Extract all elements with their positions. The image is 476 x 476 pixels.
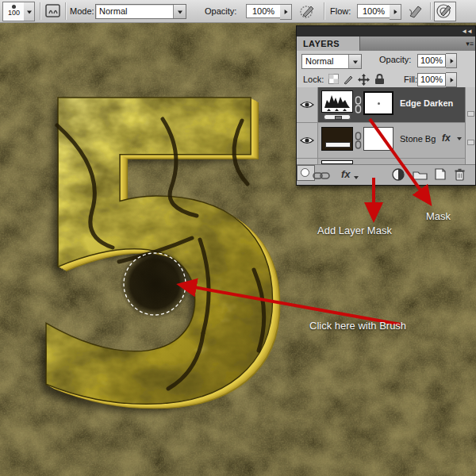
new-group-icon[interactable] [413, 170, 428, 180]
panel-tabbar: LAYERS ▾≡ [297, 36, 475, 52]
panel-titlebar[interactable]: ◄◄ [297, 26, 475, 36]
lock-image-pixels-icon[interactable] [343, 74, 355, 85]
airbrush-icon[interactable] [406, 3, 424, 19]
masked-dark-spot [120, 249, 190, 319]
new-layer-icon[interactable] [434, 168, 447, 180]
divider [65, 2, 67, 20]
eye-icon [300, 136, 314, 145]
layer-list: Edge Darken Stone Bg fx [297, 87, 475, 164]
lock-fill-row: Lock: Fill: 100% [297, 71, 475, 88]
link-layers-icon[interactable] [313, 171, 330, 180]
new-adjustment-layer-icon[interactable] [392, 168, 406, 182]
divider [40, 2, 41, 20]
delete-layer-icon[interactable] [454, 168, 466, 181]
add-layer-style-icon[interactable]: fx [341, 168, 351, 180]
flow-field[interactable]: 100% [357, 4, 390, 18]
gold-number-artwork [10, 15, 309, 476]
lock-position-icon[interactable] [358, 74, 370, 86]
add-layer-mask-annotation: Add Layer Mask [317, 225, 392, 236]
layer-fx-badge[interactable]: fx [442, 132, 451, 144]
panel-opacity-field[interactable]: 100% [417, 54, 446, 67]
add-layer-mask-icon [301, 168, 309, 177]
brush-options-bar: 100 Mode: Normal Opacity: 100% Flow: 100… [0, 0, 476, 23]
flow-slider-arrow[interactable] [390, 4, 401, 20]
fill-label: Fill: [404, 75, 417, 84]
fill-field[interactable]: 100% [417, 73, 446, 86]
opacity-slider-arrow[interactable] [280, 4, 292, 20]
levels-adjustment-thumbnail[interactable] [321, 90, 353, 113]
brush-picker-dropdown[interactable] [24, 2, 35, 21]
panel-menu-icon[interactable]: ▾≡ [466, 40, 474, 48]
visibility-toggle[interactable] [297, 123, 318, 158]
blend-mode-select[interactable]: Normal [301, 54, 362, 69]
layer-mask-thumbnail[interactable] [363, 91, 393, 115]
opacity-label: Opacity: [205, 0, 236, 22]
brush-size-value: 100 [3, 9, 25, 17]
layers-panel: ◄◄ LAYERS ▾≡ Normal Opacity: 100% Lock: [296, 25, 476, 186]
tablet-pressure-opacity-icon[interactable] [298, 3, 316, 19]
panel-opacity-label: Opacity: [379, 55, 411, 64]
click-brush-annotation: Click here with Brush [309, 320, 406, 332]
layer-style-caret [354, 176, 359, 179]
layer-mask-thumbnail[interactable] [363, 127, 393, 151]
layer-name[interactable]: Stone Bg [400, 134, 436, 144]
opacity-field[interactable]: 100% [246, 4, 281, 18]
layer-row-stone-bg[interactable]: Stone Bg fx [297, 123, 465, 159]
blend-opacity-row: Normal Opacity: 100% [297, 51, 475, 72]
layer-list-scrollbar[interactable] [465, 87, 475, 164]
toggle-brushes-panel-icon[interactable] [44, 3, 62, 19]
fx-expand-icon[interactable] [457, 137, 462, 140]
flow-label: Flow: [330, 0, 351, 22]
tab-layers[interactable]: LAYERS [297, 36, 360, 51]
layer-name[interactable]: Edge Darken [400, 98, 453, 108]
divider [324, 2, 325, 20]
mode-label: Mode: [70, 0, 94, 22]
collapse-to-icons-icon[interactable]: ◄◄ [461, 28, 472, 35]
visibility-toggle[interactable] [297, 87, 318, 122]
divider [430, 2, 432, 20]
mode-select[interactable]: Normal [95, 4, 186, 19]
mini-slider [324, 114, 351, 120]
eye-icon [300, 100, 314, 109]
layer-row-edge-darken[interactable]: Edge Darken [297, 87, 465, 123]
tablet-pressure-size-button[interactable] [434, 2, 456, 21]
fill-arrow[interactable] [446, 72, 457, 87]
layer-row-partial[interactable] [297, 159, 465, 164]
link-icon [355, 96, 362, 113]
link-icon [355, 132, 362, 149]
lock-label: Lock: [303, 75, 324, 84]
panel-bottom-bar: fx [297, 164, 475, 185]
layer-thumbnail[interactable] [321, 127, 353, 151]
brush-preset-picker[interactable]: 100 [2, 2, 25, 21]
panel-opacity-arrow[interactable] [446, 53, 457, 68]
lock-transparent-pixels-icon[interactable] [328, 74, 339, 84]
mask-annotation: Mask [426, 210, 451, 222]
lock-all-icon[interactable] [374, 74, 385, 85]
